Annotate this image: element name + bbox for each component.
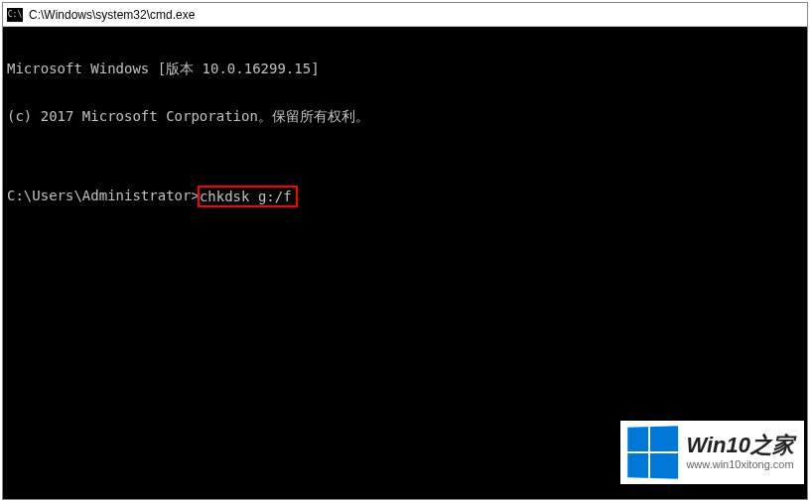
watermark-title: Win10之家 — [686, 435, 794, 456]
watermark-url: www.win10xitong.com — [686, 458, 794, 470]
window-title: C:\Windows\system32\cmd.exe — [29, 8, 195, 22]
command-highlight: chkdsk g:/f — [198, 186, 298, 207]
version-line: Microsoft Windows [版本 10.0.16299.15] — [7, 61, 803, 76]
prompt-text: C:\Users\Administrator> — [7, 188, 200, 203]
windows-logo-icon — [628, 426, 679, 478]
prompt-line: C:\Users\Administrator>chkdsk g:/f — [7, 188, 803, 209]
watermark: Win10之家 www.win10xitong.com — [620, 421, 804, 484]
command-text: chkdsk g:/f — [200, 189, 292, 204]
copyright-line: (c) 2017 Microsoft Corporation。保留所有权利。 — [7, 108, 803, 124]
watermark-text: Win10之家 www.win10xitong.com — [686, 435, 794, 470]
cmd-icon: C:\ — [7, 8, 23, 22]
window-titlebar[interactable]: C:\ C:\Windows\system32\cmd.exe — [3, 3, 807, 27]
